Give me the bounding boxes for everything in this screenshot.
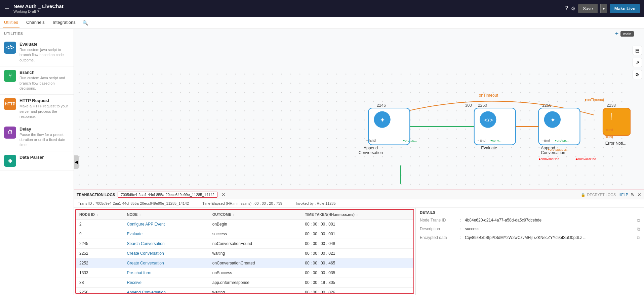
table-row[interactable]: 2 Configure APP Event onBegin 00 : 00 : … <box>76 219 413 229</box>
col-node-id[interactable]: NODE ID ↕ <box>76 210 124 219</box>
transaction-table-section: NODE ID ↕ NODE ↕ OUTCOME ↕ TIME TAKEN(HH… <box>75 209 414 294</box>
copy-node-trans-id-button[interactable]: ⧉ <box>637 218 640 223</box>
cell-time-taken: 00 : 00 : 00 . 021 <box>301 249 413 258</box>
http-desc: Make a HTTP request to your server and p… <box>19 104 70 119</box>
search-button[interactable]: 🔍 <box>82 20 88 26</box>
cell-outcome: noConversationFound <box>209 239 301 249</box>
cell-node-id: 9 <box>76 229 124 239</box>
copy-encrypted-data-button[interactable]: ⧉ <box>637 235 640 241</box>
cell-time-taken: 00 : 00 : 00 . 465 <box>301 258 413 268</box>
close-tab-button[interactable]: ✕ <box>222 192 226 197</box>
svg-text:!: ! <box>610 111 612 121</box>
decrypt-logs-button[interactable]: 🔒 DECRYPT LOGS <box>581 193 616 197</box>
canvas-right-icons: ▤ ⇗ ⚙ <box>633 46 642 79</box>
description-label: Description <box>420 227 460 231</box>
back-button[interactable]: ← <box>4 5 10 12</box>
canvas-area[interactable]: ◀ + main ▤ ⇗ ⚙ onTimeout <box>74 29 644 295</box>
sidebar-item-http-request[interactable]: HTTP HTTP Request Make a HTTP request to… <box>0 95 74 123</box>
layers-icon[interactable]: ▤ <box>633 46 642 55</box>
cell-node-id: 2252 <box>76 258 124 268</box>
sidebar-item-evaluate[interactable]: </> Evaluate Run custom java script to b… <box>0 38 74 66</box>
canvas-top-right: + main <box>615 30 634 37</box>
cell-time-taken: 00 : 00 : 00 . 026 <box>301 288 413 293</box>
close-panel-button[interactable]: ✕ <box>637 192 641 197</box>
evaluate-desc: Run custom java script to branch flow ba… <box>19 47 70 63</box>
svg-text:Append: Append <box>364 146 378 150</box>
data-parser-title: Data Parser <box>19 155 44 160</box>
trans-id-info: Trans ID : 7005d9e4-2aa1-44cf-855a-20ecc… <box>78 201 189 205</box>
svg-text:onTimeout: onTimeout <box>479 93 498 98</box>
make-live-button[interactable]: Make Live <box>610 4 640 13</box>
invoked-by-label: Invoked by : <box>296 201 316 205</box>
help-link-button[interactable]: HELP <box>618 193 628 197</box>
table-row[interactable]: 2252 Create Conversation waiting 00 : 00… <box>76 249 413 258</box>
copy-description-button[interactable]: ⧉ <box>637 227 640 232</box>
time-elapsed-info: Time Elapsed (HH:mm:ss.ms) : 00 : 00 : 2… <box>202 201 282 205</box>
share-icon[interactable]: ⇗ <box>633 58 642 67</box>
help-button[interactable]: ? <box>565 5 568 11</box>
sidebar-item-branch[interactable]: ⑂ Branch Run custom Java script and bran… <box>0 66 74 95</box>
cell-time-taken: 00 : 00 : 00 . 035 <box>301 268 413 278</box>
col-outcome[interactable]: OUTCOME ↕ <box>209 210 301 219</box>
cell-outcome: waiting <box>209 249 301 258</box>
table-row[interactable]: 1333 Pre-chat form onSuccess 00 : 00 : 0… <box>76 268 413 278</box>
invoked-by-value: Rule 11285 <box>317 201 335 205</box>
branch-icon: ⑂ <box>4 70 16 82</box>
tab-integrations[interactable]: Integrations <box>51 17 77 28</box>
cell-node-id: 2256 <box>76 288 124 293</box>
sidebar-item-delay[interactable]: ⏱ Delay Pause the flow for a preset dura… <box>0 123 74 151</box>
svg-text:✦: ✦ <box>550 116 556 124</box>
draft-badge[interactable]: Working Draft ▾ <box>13 9 64 13</box>
svg-text:●onApp...: ●onApp... <box>555 139 568 142</box>
cell-node: Create Conversation <box>124 258 209 268</box>
svg-text:Error Noti...: Error Noti... <box>605 141 627 146</box>
transaction-table-wrapper[interactable]: NODE ID ↕ NODE ↕ OUTCOME ↕ TIME TAKEN(HH… <box>76 210 413 293</box>
svg-text:●End: ●End <box>605 135 613 139</box>
cell-node-id: 2245 <box>76 239 124 249</box>
table-row[interactable]: 2256 Append Conversation waiting 00 : 00… <box>76 288 413 293</box>
cell-outcome: onBegin <box>209 219 301 229</box>
evaluate-icon: </> <box>4 42 16 54</box>
tab-channels[interactable]: Channels <box>25 17 46 28</box>
svg-text:●onTimeout: ●onTimeout <box>585 98 604 102</box>
nav-tabs: Utilities Channels Integrations 🔍 <box>0 17 644 29</box>
tab-utilities[interactable]: Utilities <box>3 17 19 28</box>
delay-text: Delay Pause the flow for a preset durati… <box>19 127 70 148</box>
collapse-sidebar-button[interactable]: ◀ <box>74 155 79 169</box>
svg-text:</>: </> <box>484 117 493 124</box>
transaction-body: NODE ID ↕ NODE ↕ OUTCOME ↕ TIME TAKEN(HH… <box>74 208 644 295</box>
trans-id-info-label: Trans ID : <box>78 201 94 205</box>
cell-node-id: 1333 <box>76 268 124 278</box>
svg-text:Conversation: Conversation <box>359 150 383 155</box>
settings-button[interactable]: ⚙ <box>571 5 575 12</box>
transaction-logs-label: TRANSACTION LOGS <box>77 193 115 197</box>
node-trans-id-row: Node Trans ID : 4b84e620-d214-4a77-a58d-… <box>420 218 640 223</box>
settings-icon[interactable]: ⚙ <box>633 70 642 79</box>
branch-text: Branch Run custom Java script and branch… <box>19 70 70 91</box>
table-row[interactable]: 2245 Search Conversation noConversationF… <box>76 239 413 249</box>
table-row[interactable]: 2252 Create Conversation onConversationC… <box>76 258 413 268</box>
svg-text:●conv...: ●conv... <box>490 139 501 142</box>
col-time-taken[interactable]: TIME TAKEN(HH:mm:ss.ms) ↕ <box>301 210 413 219</box>
decrypt-label: DECRYPT LOGS <box>587 193 616 197</box>
sidebar-item-data-parser[interactable]: ◈ Data Parser <box>0 151 74 170</box>
col-node[interactable]: NODE ↕ <box>124 210 209 219</box>
draft-label: Working Draft <box>13 9 36 13</box>
refresh-button[interactable]: ↻ <box>631 192 635 197</box>
save-dropdown-button[interactable]: ▾ <box>600 4 607 13</box>
cell-node: Pre-chat form <box>124 268 209 278</box>
table-row[interactable]: 38 Receive app.onformresponse 00 : 00 : … <box>76 278 413 288</box>
delay-desc: Pause the flow for a preset duration or … <box>19 132 70 148</box>
cell-time-taken: 00 : 00 : 00 . 001 <box>301 229 413 239</box>
table-row[interactable]: 9 Evaluate success 00 : 00 : 00 . 001 <box>76 229 413 239</box>
svg-text:●onInvalidCho...: ●onInvalidCho... <box>538 157 562 161</box>
svg-text:●End: ●End <box>605 128 613 132</box>
cell-node-id: 2 <box>76 219 124 229</box>
save-button[interactable]: Save <box>578 4 598 13</box>
svg-text:→End: →End <box>541 139 550 142</box>
cell-time-taken: 00 : 00 : 00 . 001 <box>301 219 413 229</box>
cell-node: Configure APP Event <box>124 219 209 229</box>
http-text: HTTP Request Make a HTTP request to your… <box>19 98 70 119</box>
add-node-button[interactable]: + <box>615 30 619 37</box>
transaction-header: TRANSACTION LOGS 7005d9e4-2aa1-44cf-855a… <box>74 190 644 199</box>
